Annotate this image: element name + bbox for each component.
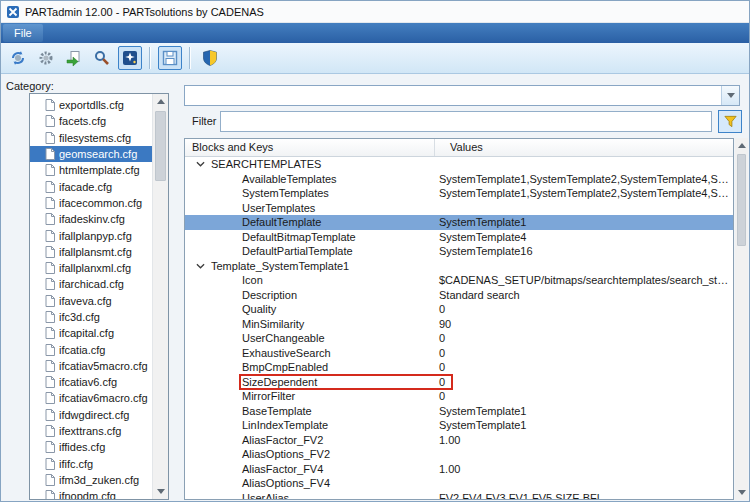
table-row-UserTemplates[interactable]: UserTemplates <box>185 201 733 216</box>
value-cell: 0 <box>435 331 733 346</box>
table-row-SizeDependent[interactable]: SizeDependent0 <box>185 375 733 390</box>
collapse-chevron-icon[interactable] <box>196 263 205 269</box>
table-row-BmpCmpEnabled[interactable]: BmpCmpEnabled0 <box>185 360 733 375</box>
file-icon <box>45 115 55 127</box>
tree-item-ifcatiav6macro-cfg[interactable]: ifcatiav6macro.cfg <box>30 390 152 406</box>
toolbar-uac-shield-button[interactable] <box>198 46 222 70</box>
tree-item-label: ifarchicad.cfg <box>59 278 124 290</box>
toolbar-index-wizard-button[interactable] <box>118 46 142 70</box>
table-row-LinIndexTemplate[interactable]: LinIndexTemplateSystemTemplate1 <box>185 418 733 433</box>
table-row-AliasOptions_FV4[interactable]: AliasOptions_FV4 <box>185 476 733 491</box>
filter-input[interactable] <box>220 111 712 132</box>
scroll-up-icon[interactable] <box>153 94 168 109</box>
value-cell: SystemTemplate1 <box>435 404 733 419</box>
scroll-down-icon[interactable] <box>153 484 168 499</box>
key-label: Icon <box>242 273 263 288</box>
tree-item-ifcapital-cfg[interactable]: ifcapital.cfg <box>30 325 152 341</box>
tree-item-ifc3d-cfg[interactable]: ifc3d.cfg <box>30 309 152 325</box>
config-table: Blocks and Keys Values SEARCHTEMPLATESAv… <box>184 138 734 500</box>
table-row-Description[interactable]: DescriptionStandard search <box>185 288 733 303</box>
tree-item-ifaveva-cfg[interactable]: ifaveva.cfg <box>30 293 152 309</box>
tree-item-ifarchicad-cfg[interactable]: ifarchicad.cfg <box>30 276 152 292</box>
toolbar-export-button[interactable] <box>62 46 86 70</box>
file-icon <box>45 181 55 193</box>
config-table-body: SEARCHTEMPLATESAvailableTemplatesSystemT… <box>185 157 733 500</box>
toolbar-save-button[interactable] <box>158 46 182 70</box>
table-scroll-thumb[interactable] <box>737 154 746 246</box>
tree-item-filesystems-cfg[interactable]: filesystems.cfg <box>30 130 152 146</box>
tree-item-ifacecommon-cfg[interactable]: ifacecommon.cfg <box>30 195 152 211</box>
tree-item-ifnopdm-cfg[interactable]: ifnopdm.cfg <box>30 488 152 499</box>
tree-item-label: ifdwgdirect.cfg <box>59 409 129 421</box>
scroll-down-icon[interactable] <box>735 485 748 500</box>
table-row-BaseTemplate[interactable]: BaseTemplateSystemTemplate1 <box>185 404 733 419</box>
table-row-Quality[interactable]: Quality0 <box>185 302 733 317</box>
toolbar-sync-button[interactable] <box>6 46 30 70</box>
column-header-values[interactable]: Values <box>435 139 733 156</box>
toolbar-search-tool-button[interactable] <box>90 46 114 70</box>
table-row-DefaultBitmapTemplate[interactable]: DefaultBitmapTemplateSystemTemplate4 <box>185 230 733 245</box>
key-label: AliasFactor_FV2 <box>242 433 323 448</box>
tree-item-ifm3d-zuken-cfg[interactable]: ifm3d_zuken.cfg <box>30 472 152 488</box>
table-scrollbar[interactable] <box>735 138 748 500</box>
tree-item-ifallplanxml-cfg[interactable]: ifallplanxml.cfg <box>30 260 152 276</box>
table-row-DefaultTemplate[interactable]: DefaultTemplateSystemTemplate1 <box>185 215 733 230</box>
tree-item-label: iffides.cfg <box>59 441 105 453</box>
table-row-SEARCHTEMPLATES[interactable]: SEARCHTEMPLATES <box>185 157 733 172</box>
toolbar-gear-update-button[interactable] <box>34 46 58 70</box>
tree-item-ifexttrans-cfg[interactable]: ifexttrans.cfg <box>30 423 152 439</box>
table-row-AliasFactor_FV2[interactable]: AliasFactor_FV21.00 <box>185 433 733 448</box>
tree-item-htmltemplate-cfg[interactable]: htmltemplate.cfg <box>30 162 152 178</box>
tree-item-ifallplanpyp-cfg[interactable]: ifallplanpyp.cfg <box>30 227 152 243</box>
table-row-MirrorFilter[interactable]: MirrorFilter0 <box>185 389 733 404</box>
tree-item-ififc-cfg[interactable]: ififc.cfg <box>30 456 152 472</box>
tree-item-label: ifnopdm.cfg <box>59 490 116 499</box>
file-icon <box>45 425 55 437</box>
category-label: Category: <box>6 80 54 92</box>
tree-item-iffides-cfg[interactable]: iffides.cfg <box>30 439 152 455</box>
tree-item-ifacade-cfg[interactable]: ifacade.cfg <box>30 178 152 194</box>
table-row-UserChangeable[interactable]: UserChangeable0 <box>185 331 733 346</box>
key-label: AliasFactor_FV4 <box>242 462 323 477</box>
tree-item-ifallplansmt-cfg[interactable]: ifallplansmt.cfg <box>30 244 152 260</box>
tree-item-ifadeskinv-cfg[interactable]: ifadeskinv.cfg <box>30 211 152 227</box>
combobox-dropdown-button[interactable] <box>721 86 739 105</box>
key-label: BmpCmpEnabled <box>242 360 328 375</box>
tree-item-ifdwgdirect-cfg[interactable]: ifdwgdirect.cfg <box>30 407 152 423</box>
file-icon <box>45 458 55 470</box>
table-row-ExhaustiveSearch[interactable]: ExhaustiveSearch0 <box>185 346 733 361</box>
table-row-AvailableTemplates[interactable]: AvailableTemplatesSystemTemplate1,System… <box>185 172 733 187</box>
key-label: AvailableTemplates <box>242 172 337 187</box>
table-row-Icon[interactable]: Icon$CADENAS_SETUP/bitmaps/searchtemplat… <box>185 273 733 288</box>
file-icon <box>45 278 55 290</box>
tree-item-label: ifadeskinv.cfg <box>59 213 125 225</box>
table-row-SystemTemplates[interactable]: SystemTemplatesSystemTemplate1,SystemTem… <box>185 186 733 201</box>
column-header-blocks-and-keys[interactable]: Blocks and Keys <box>185 139 435 156</box>
sync-icon <box>9 49 27 67</box>
scroll-up-icon[interactable] <box>735 138 748 153</box>
tree-item-facets-cfg[interactable]: facets.cfg <box>30 113 152 129</box>
table-row-AliasFactor_FV4[interactable]: AliasFactor_FV41.00 <box>185 462 733 477</box>
tree-item-ifcatiav5macro-cfg[interactable]: ifcatiav5macro.cfg <box>30 358 152 374</box>
tree-item-ifcatiav6-cfg[interactable]: ifcatiav6.cfg <box>30 374 152 390</box>
table-row-UserAlias[interactable]: UserAliasFV2,FV4,FV3,FV1,FV5,SIZE,BFL... <box>185 491 733 501</box>
table-row-Template_SystemTemplate1[interactable]: Template_SystemTemplate1 <box>185 259 733 274</box>
value-cell: SystemTemplate1,SystemTemplate2,SystemTe… <box>435 172 733 187</box>
tree-scrollbar[interactable] <box>152 94 168 499</box>
section-combobox[interactable] <box>184 85 740 106</box>
tree-item-ifcatia-cfg[interactable]: ifcatia.cfg <box>30 341 152 357</box>
toolbar <box>1 43 749 74</box>
menu-file[interactable]: File <box>3 24 43 42</box>
table-row-AliasOptions_FV2[interactable]: AliasOptions_FV2 <box>185 447 733 462</box>
tree-item-geomsearch-cfg[interactable]: geomsearch.cfg <box>30 146 152 162</box>
uac-shield-icon <box>201 49 219 67</box>
filter-button[interactable] <box>718 110 742 133</box>
tree-item-exportdlls-cfg[interactable]: exportdlls.cfg <box>30 97 152 113</box>
combobox-value <box>185 86 721 105</box>
key-label: Template_SystemTemplate1 <box>211 259 349 274</box>
collapse-chevron-icon[interactable] <box>196 161 205 167</box>
window-title: PARTadmin 12.00 - PARTsolutions by CADEN… <box>25 6 264 18</box>
tree-scroll-thumb[interactable] <box>155 111 166 181</box>
table-row-DefaultPartialTemplate[interactable]: DefaultPartialTemplateSystemTemplate16 <box>185 244 733 259</box>
table-row-MinSimilarity[interactable]: MinSimilarity90 <box>185 317 733 332</box>
